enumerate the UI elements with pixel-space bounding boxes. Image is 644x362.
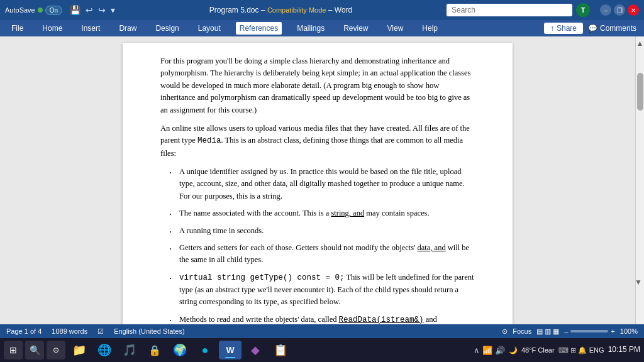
tray-network-icon[interactable]: 📶 [482, 346, 492, 355]
task-view-btn[interactable]: ⊙ [47, 341, 65, 359]
tab-file[interactable]: File [8, 22, 27, 35]
comments-label: Comments [600, 24, 636, 33]
ribbon: File Home Insert Draw Design Layout Refe… [0, 20, 644, 36]
taskbar-app5[interactable]: ● [194, 341, 216, 359]
weather-icon: 🌙 [509, 346, 518, 354]
list-item: The name associated with the account. Th… [179, 207, 475, 219]
clock-time: 10:15 PM [608, 345, 640, 355]
search-taskbar[interactable]: 🔍 [25, 341, 44, 359]
save-icon[interactable]: 💾 [70, 5, 80, 15]
autosave-label: AutoSave [5, 6, 35, 14]
start-button[interactable]: ⊞ [4, 341, 23, 359]
taskbar-edge[interactable]: 🌐 [93, 341, 116, 359]
app-name: Word [335, 6, 352, 14]
proofing-icon: ☑ [97, 327, 104, 336]
weather-temp: 48°F Clear [521, 346, 555, 354]
tab-insert[interactable]: Insert [77, 22, 104, 35]
zoom-controls: – + 100% [564, 327, 638, 335]
taskbar-explorer[interactable]: 📁 [68, 341, 91, 359]
focus-label[interactable]: Focus [513, 327, 531, 335]
tab-design[interactable]: Design [152, 22, 182, 35]
readdata-code: ReadData(istream&) [339, 315, 424, 324]
more-icon[interactable]: ▾ [111, 5, 115, 15]
list-item: Getters and setters for each of those. G… [179, 242, 475, 266]
underline-data-and: data, and [418, 243, 446, 252]
separator: – [261, 6, 267, 14]
taskbar-spotify[interactable]: 🎵 [118, 341, 141, 359]
scrollbar-thumb[interactable] [637, 73, 643, 111]
tray-volume-icon[interactable]: 🔊 [495, 346, 505, 355]
ribbon-right: ↑ Share 💬 Comments [544, 23, 636, 34]
view-mode-icons: ▤ ▥ ▦ [536, 327, 559, 336]
taskbar: ⊞ 🔍 ⊙ 📁 🌐 🎵 🔒 🌍 ● W ◆ 📋 ∧ 📶 🔊 🌙 48°F Cle… [0, 338, 644, 362]
taskbar-lock[interactable]: 🔒 [143, 341, 166, 359]
window-controls: – ❐ ✕ [600, 4, 639, 16]
tray-icons-right: ⌨ ⊞ 🔔 ENG [558, 346, 604, 354]
list-item: A unique identifier assigned by us. In p… [179, 166, 475, 202]
toolbar-icons: 💾 ↩ ↪ ▾ [70, 5, 115, 15]
comments-icon: 💬 [588, 24, 597, 33]
zoom-level: 100% [620, 327, 638, 335]
scroll-down-icon[interactable]: ▼ [635, 278, 642, 287]
zoom-slider[interactable] [570, 330, 608, 332]
status-right: ⊙ Focus ▤ ▥ ▦ – + 100% [502, 327, 638, 336]
document-page: For this program you'll be doing a simpl… [123, 43, 513, 324]
tab-home[interactable]: Home [38, 22, 66, 35]
list-item: A running time in seconds. [179, 225, 475, 237]
zoom-out-icon[interactable]: – [564, 327, 568, 335]
comments-button[interactable]: 💬 Comments [588, 24, 636, 33]
share-icon: ↑ [550, 24, 554, 33]
taskbar-vscode[interactable]: ◆ [244, 341, 267, 359]
undo-icon[interactable]: ↩ [86, 5, 93, 15]
autosave-dot-on [38, 8, 43, 13]
search-input[interactable] [447, 4, 572, 16]
restore-button[interactable]: ❐ [614, 4, 625, 16]
page-info: Page 1 of 4 [6, 327, 42, 335]
taskbar-browser[interactable]: 🌍 [169, 341, 191, 359]
compat-mode-label: Compatibility Mode [267, 6, 326, 14]
tab-help[interactable]: Help [418, 22, 441, 35]
title-center: Program 5.doc – Compatibility Mode – Wor… [119, 6, 443, 14]
tray-up-icon[interactable]: ∧ [474, 346, 480, 355]
tab-layout[interactable]: Layout [194, 22, 225, 35]
focus-icon: ⊙ [502, 327, 508, 336]
document-scroll-area[interactable]: For this program you'll be doing a simpl… [0, 36, 635, 324]
zoom-in-icon[interactable]: + [611, 327, 614, 335]
tab-references[interactable]: References [236, 22, 282, 35]
title-bar: AutoSave On 💾 ↩ ↪ ▾ Program 5.doc – Comp… [0, 0, 644, 20]
redo-icon[interactable]: ↪ [98, 5, 106, 15]
taskbar-app7[interactable]: 📋 [269, 341, 292, 359]
tab-draw[interactable]: Draw [115, 22, 140, 35]
active-indicator [225, 357, 235, 358]
list-item: Methods to read and write the objects' d… [179, 314, 475, 324]
paragraph-2: An online site allows users to upload va… [160, 123, 475, 160]
language[interactable]: English (United States) [114, 327, 185, 335]
taskbar-right: ∧ 📶 🔊 🌙 48°F Clear ⌨ ⊞ 🔔 ENG 10:15 PM [474, 345, 640, 355]
user-avatar[interactable]: T [576, 3, 590, 17]
share-button[interactable]: ↑ Share [544, 23, 583, 34]
paragraph-1: For this program you'll be doing a simpl… [160, 55, 475, 116]
list-item: virtual string getType() const = 0; This… [179, 272, 475, 309]
separator2: – [328, 6, 335, 14]
doc-name: Program 5.doc [209, 6, 259, 14]
close-button[interactable]: ✕ [628, 4, 639, 16]
taskbar-word[interactable]: W [219, 341, 242, 359]
scroll-up-icon[interactable]: ▲ [636, 39, 644, 48]
minimize-button[interactable]: – [600, 4, 611, 16]
status-bar: Page 1 of 4 1089 words ☑ English (United… [0, 324, 644, 338]
media-code: Media [197, 136, 221, 145]
autosave-section: AutoSave On [5, 6, 62, 15]
title-bar-right: T – ❐ ✕ [576, 3, 639, 17]
tab-review[interactable]: Review [340, 22, 372, 35]
underline-string-and: string, and [331, 209, 364, 217]
lang-indicator: ENG [589, 346, 604, 354]
taskbar-clock[interactable]: 10:15 PM [608, 345, 640, 355]
scrollbar[interactable]: ▲ ▼ [635, 36, 644, 324]
tray-misc: ⌨ ⊞ 🔔 [558, 346, 587, 354]
tab-view[interactable]: View [384, 22, 408, 35]
tab-mailings[interactable]: Mailings [293, 22, 328, 35]
autosave-toggle[interactable]: On [45, 6, 62, 15]
title-bar-left: AutoSave On 💾 ↩ ↪ ▾ [5, 5, 115, 15]
bullet-list: A unique identifier assigned by us. In p… [179, 166, 475, 324]
virtual-code: virtual string getType() const = 0; [179, 273, 345, 282]
